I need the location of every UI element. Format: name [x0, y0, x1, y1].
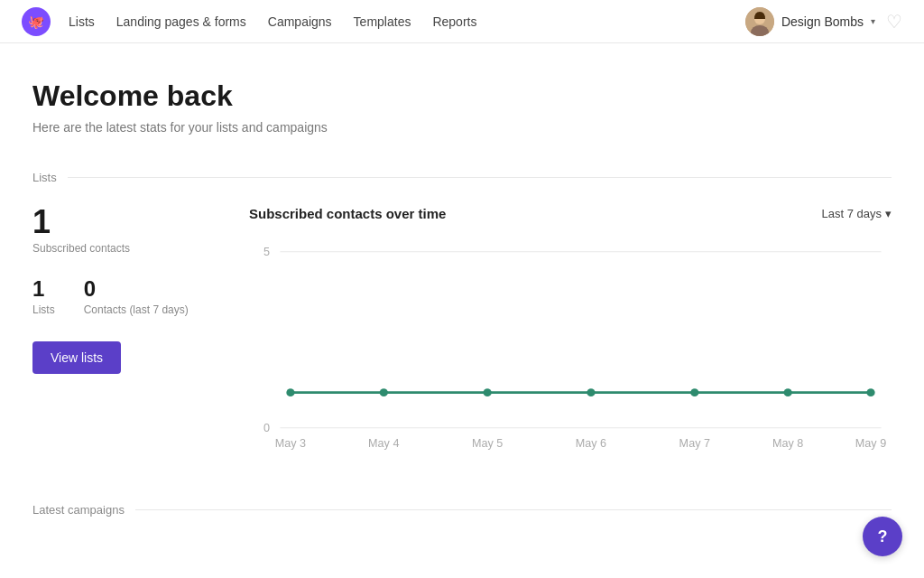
svg-text:May 9: May 9 [855, 438, 887, 451]
welcome-subtitle: Here are the latest stats for your lists… [32, 120, 892, 135]
lists-count-item: 1 Lists [32, 276, 55, 316]
svg-text:0: 0 [263, 422, 270, 434]
svg-text:May 7: May 7 [679, 438, 711, 451]
svg-text:5: 5 [263, 246, 270, 258]
nav-item-reports[interactable]: Reports [432, 14, 476, 30]
section-divider-campaigns [135, 509, 892, 510]
chart-range-selector[interactable]: Last 7 days ▾ [822, 207, 892, 220]
svg-point-12 [587, 388, 595, 396]
chevron-down-icon: ▾ [871, 16, 875, 26]
nav-item-campaigns[interactable]: Campaigns [268, 14, 332, 30]
svg-point-9 [286, 388, 294, 396]
svg-text:May 3: May 3 [275, 438, 307, 451]
stat-row: 1 Lists 0 Contacts (last 7 days) [32, 276, 213, 316]
svg-text:May 6: May 6 [576, 438, 607, 451]
svg-text:May 4: May 4 [368, 438, 400, 451]
welcome-title: Welcome back [32, 79, 892, 113]
chart-area: 5 0 [249, 232, 892, 467]
nav-links: Lists Landing pages & forms Campaigns Te… [69, 14, 745, 30]
contacts-count-item: 0 Contacts (last 7 days) [84, 276, 189, 316]
user-menu[interactable]: Design Bombs ▾ [745, 7, 875, 36]
svg-text:May 5: May 5 [472, 438, 504, 451]
section-divider [68, 177, 892, 178]
chart-container: Subscribed contacts over time Last 7 day… [249, 206, 892, 467]
view-lists-button[interactable]: View lists [32, 341, 121, 374]
contacts-label: Contacts (last 7 days) [84, 303, 189, 316]
app-logo[interactable]: 🐙 [22, 7, 51, 36]
latest-campaigns-section-header: Latest campaigns [32, 503, 892, 517]
nav-right: Design Bombs ▾ ♡ [745, 7, 902, 36]
main-content: Welcome back Here are the latest stats f… [11, 43, 913, 578]
heart-icon[interactable]: ♡ [886, 11, 902, 33]
top-navigation: 🐙 Lists Landing pages & forms Campaigns … [0, 0, 924, 43]
chart-header: Subscribed contacts over time Last 7 day… [249, 206, 892, 221]
svg-text:🐙: 🐙 [28, 13, 44, 29]
svg-point-10 [380, 388, 388, 396]
nav-item-templates[interactable]: Templates [354, 14, 411, 30]
svg-point-15 [866, 388, 874, 396]
lists-section-header: Lists [32, 171, 892, 184]
subscribed-count: 1 [32, 206, 213, 238]
help-button[interactable]: ? [863, 517, 902, 556]
contacts-count: 0 [84, 276, 189, 302]
nav-item-landing-pages[interactable]: Landing pages & forms [116, 14, 246, 30]
svg-point-14 [784, 388, 792, 396]
subscribed-label: Subscribed contacts [32, 242, 213, 255]
lists-count: 1 [32, 276, 55, 302]
chart-svg: 5 0 [249, 232, 892, 467]
lists-stats: 1 Subscribed contacts 1 Lists 0 Contacts… [32, 206, 213, 374]
svg-point-11 [484, 388, 492, 396]
svg-point-13 [690, 388, 698, 396]
user-name: Design Bombs [781, 14, 864, 29]
latest-campaigns-label: Latest campaigns [32, 503, 125, 517]
svg-text:May 8: May 8 [772, 438, 804, 451]
section-label: Lists [32, 171, 57, 184]
lists-section: 1 Subscribed contacts 1 Lists 0 Contacts… [32, 206, 892, 467]
chart-title: Subscribed contacts over time [249, 206, 446, 221]
nav-item-lists[interactable]: Lists [69, 14, 95, 30]
lists-label: Lists [32, 303, 55, 316]
chevron-down-icon: ▾ [885, 207, 892, 220]
avatar [745, 7, 774, 36]
